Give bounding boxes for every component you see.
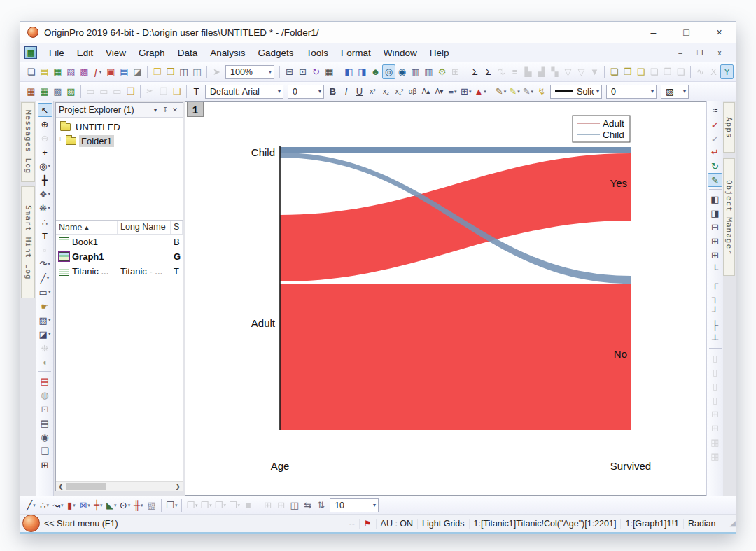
doc-minimize-button[interactable]: – — [674, 49, 687, 57]
pointer-icon[interactable]: ↖ — [38, 103, 52, 117]
line-plot-icon[interactable]: ╱▾ — [24, 498, 38, 512]
panel-pin-icon[interactable]: ↧ — [160, 106, 170, 113]
grid-align-icon[interactable]: ⊞▾ — [459, 84, 472, 99]
data-reader-icon[interactable]: + — [38, 145, 52, 159]
resize-grip-icon[interactable]: ◢ — [730, 519, 736, 528]
open-icon[interactable]: ❒ — [150, 64, 164, 79]
file-row-graph1[interactable]: Graph1G — [56, 249, 183, 264]
grid-pane-icon[interactable]: ⊞ — [38, 458, 52, 472]
close-button[interactable]: × — [703, 22, 736, 43]
axis-bottom-icon[interactable]: ┴ — [708, 332, 722, 346]
menu-graph[interactable]: Graph — [132, 46, 172, 60]
menu-format[interactable]: Format — [335, 46, 377, 60]
doc-close-button[interactable]: x — [713, 49, 726, 57]
screen-reader-icon[interactable]: ◎▾ — [38, 159, 52, 173]
edit-in-place-icon[interactable]: ✎ — [708, 173, 722, 187]
scrollbar-thumb[interactable] — [66, 483, 106, 490]
panel-2x2-icon[interactable]: ⊞ — [708, 234, 722, 248]
object-size-combo[interactable]: 10▾ — [330, 498, 379, 512]
new-notes-icon[interactable]: ▤ — [118, 64, 131, 79]
video-icon[interactable]: ▦ — [323, 64, 336, 79]
polar-plot-icon[interactable]: ⊙▾ — [118, 498, 132, 512]
extract-layer-icon[interactable]: ▧ — [64, 84, 78, 99]
error-bar-plot-icon[interactable]: ┿▾ — [92, 498, 105, 512]
arrange-v-icon[interactable]: ⇅ — [314, 498, 328, 512]
menu-data[interactable]: Data — [172, 46, 204, 60]
multi-panel-plot-icon[interactable]: ⊠▾ — [78, 498, 91, 512]
add-layer-top-icon[interactable]: ▩ — [51, 84, 64, 99]
circle-tool-icon[interactable]: ◍ — [38, 388, 52, 402]
new-function-icon[interactable]: ƒ▾ — [91, 64, 104, 79]
axis-left-icon[interactable]: ├ — [708, 318, 722, 332]
apps-gear-icon[interactable]: ⚙ — [435, 64, 449, 79]
arrange-h-icon[interactable]: ⇆ — [301, 498, 314, 512]
tree-item-untitled[interactable]: UNTITLED — [56, 120, 183, 134]
undo-zoom-icon[interactable]: ↵ — [708, 145, 722, 159]
layer-frame-right-icon[interactable]: ◨ — [708, 206, 722, 220]
add-layer-left-icon[interactable]: ▦ — [38, 84, 51, 99]
flow-child-yes[interactable] — [280, 147, 631, 153]
zoom-combo[interactable]: 100%▾ — [225, 65, 274, 79]
label-color-icon[interactable]: ▲▾ — [472, 84, 487, 99]
save-icon[interactable]: ◫ — [177, 64, 190, 79]
axis-bottom-left-icon[interactable]: └ — [708, 262, 722, 276]
duplicate-format-icon[interactable]: ◨ — [356, 64, 369, 79]
insert-object-icon[interactable]: ◖ — [38, 355, 52, 369]
draw-data-icon[interactable]: ∴ — [38, 215, 52, 229]
flow-adult-no[interactable] — [280, 284, 631, 430]
clipboard-copy-icon[interactable]: ❏ — [608, 64, 621, 79]
stats-on-row-icon[interactable]: Σ — [482, 64, 495, 79]
scale-out-icon[interactable]: ↙ — [708, 131, 722, 145]
file-row-book1[interactable]: Book1B — [56, 235, 183, 249]
scroll-right-icon[interactable]: ❯ — [173, 483, 183, 490]
bold-icon[interactable]: B — [326, 84, 340, 99]
clipboard-append-icon[interactable]: ❑ — [634, 64, 648, 79]
axis-bottom-right-icon[interactable]: ┘ — [708, 304, 722, 318]
new-matrix-icon[interactable]: ▩ — [78, 64, 91, 79]
arrow-tool-icon[interactable]: ↷▾ — [38, 257, 52, 271]
data-cursor-icon[interactable]: ╋ — [38, 173, 52, 187]
insert-image-icon[interactable]: ▨▾ — [38, 313, 52, 327]
tree-item-folder1[interactable]: └Folder1 — [56, 134, 183, 148]
horizontal-scrollbar[interactable]: ❮ ❯ — [56, 481, 183, 491]
apply-format-icon[interactable]: ↯ — [535, 84, 548, 99]
increase-font-icon[interactable]: A▴ — [419, 84, 433, 99]
layer-frame-left-icon[interactable]: ◧ — [708, 192, 722, 206]
scatter-plot-icon[interactable]: ∴▾ — [38, 498, 51, 512]
column-header-long-name[interactable]: Long Name — [118, 221, 171, 234]
column-plot-icon[interactable]: ▮▾ — [64, 498, 78, 512]
shape-tool-icon[interactable]: ▭▾ — [38, 285, 52, 299]
regional-select-icon[interactable]: ❖▾ — [38, 187, 52, 201]
menu-gadgets[interactable]: Gadgets — [251, 46, 300, 60]
line-tool-icon[interactable]: ╱▾ — [38, 271, 52, 285]
zoom-in-icon[interactable]: ⊕ — [38, 117, 52, 131]
italic-icon[interactable]: I — [340, 84, 353, 99]
search-icon[interactable]: ◎ — [382, 64, 396, 79]
menu-analysis[interactable]: Analysis — [204, 46, 251, 60]
file-row-titanic-[interactable]: Titanic ...Titanic - ...T — [56, 264, 183, 279]
line-color-icon[interactable]: ✎▾ — [522, 84, 535, 99]
minimize-button[interactable]: – — [637, 22, 670, 43]
panel-close-icon[interactable]: ✕ — [170, 106, 180, 113]
subscript-icon[interactable]: x₂ — [379, 84, 393, 99]
text-tool-icon[interactable]: T — [38, 229, 52, 243]
tab-smart-hint-log[interactable]: Smart Hint Log — [21, 186, 35, 298]
notes-pane-icon[interactable]: ▤ — [38, 416, 52, 430]
print-icon[interactable]: ⊟ — [283, 64, 296, 79]
font-combo[interactable]: Default: Arial▾ — [205, 85, 284, 99]
menu-window[interactable]: Window — [377, 46, 424, 60]
save-template-icon[interactable]: ◫ — [190, 64, 204, 79]
mask-tool-icon[interactable]: ❋▾ — [38, 201, 52, 215]
pattern-combo[interactable]: ▨▾ — [661, 85, 689, 99]
legend[interactable]: Adult Child — [573, 116, 630, 142]
column-header-name[interactable]: Name ▴ — [56, 221, 118, 234]
menu-file[interactable]: File — [43, 46, 71, 60]
axis-top-right-icon[interactable]: ┐ — [708, 290, 722, 304]
stats-on-column-icon[interactable]: Σ — [468, 64, 482, 79]
new-project-icon[interactable]: ❏ — [24, 64, 38, 79]
format-text-icon[interactable]: T — [190, 84, 203, 99]
new-folder-icon[interactable]: ▤ — [38, 64, 51, 79]
decrease-font-icon[interactable]: A▾ — [433, 84, 446, 99]
new-layout-icon[interactable]: ▣ — [104, 64, 118, 79]
web-pane-icon[interactable]: ◉ — [38, 430, 52, 444]
